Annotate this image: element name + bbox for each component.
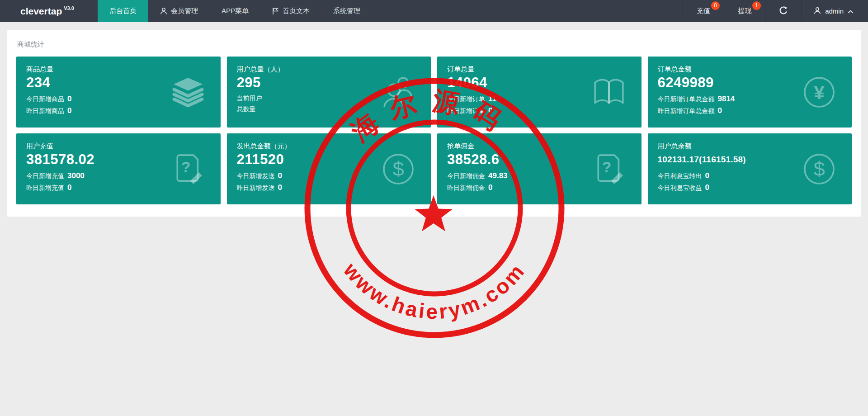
layers-icon (171, 75, 205, 109)
document-edit-icon: ? (171, 152, 205, 186)
nav-item-label: APP菜单 (222, 7, 249, 15)
chevron-up-icon (848, 7, 854, 15)
nav-item-system[interactable]: 系统管理 (321, 0, 372, 22)
refresh-icon (779, 6, 788, 16)
flag-icon (272, 7, 279, 15)
section-title: 商城统计 (17, 40, 852, 49)
brand-version: V3.0 (64, 5, 74, 11)
navbar-right: 充值 0 提现 1 admin (683, 0, 868, 22)
card-line-value: 0 (705, 171, 709, 180)
card-title: 用户充值 (26, 142, 211, 151)
card-line-value: 0 (488, 183, 492, 192)
card-line-label: 昨日新增订单总金额 (658, 107, 715, 115)
card-line-label: 昨日新增发送 (237, 184, 275, 192)
card-line-label: 昨日新增订单 (447, 107, 485, 115)
card-line-value: 0 (278, 171, 282, 180)
card-title: 用户总量（人） (237, 65, 421, 74)
nav-item-label: 首页文本 (283, 7, 310, 15)
card-line-value: 0 (718, 106, 722, 115)
stat-card-sent-amount: 发出总金额（元） 211520 今日新增发送 0 昨日新增发送 0 $ (227, 133, 431, 204)
svg-text:$: $ (813, 157, 825, 180)
recharge-badge: 0 (711, 1, 720, 10)
stat-card-balance: 用户总余额 102131.17(116151.58) 今日利息宝转出 0 今日利… (648, 133, 852, 204)
card-line-label: 今日利息宝收益 (658, 184, 702, 192)
card-line-label: 总数量 (237, 105, 256, 113)
card-line-value: 0 (488, 106, 492, 115)
svg-text:?: ? (181, 159, 190, 175)
nav-item-home-text[interactable]: 首页文本 (260, 0, 321, 22)
card-line-label: 昨日新增商品 (26, 107, 64, 115)
username: admin (825, 7, 844, 15)
card-line-label: 今日新增商品 (26, 95, 64, 104)
user-menu[interactable]: admin (802, 0, 868, 22)
card-line-label: 今日新增充值 (26, 172, 64, 180)
stat-card-orders: 订单总量 14064 今日新增订单 11 昨日新增订单 0 (437, 57, 642, 128)
card-line-label: 今日新增发送 (237, 172, 275, 180)
stat-card-commission: 抢单佣金 38528.6 今日新增佣金 49.83 昨日新增佣金 0 ? (437, 133, 642, 204)
top-navbar: clevertap V3.0 后台首页 会员管理 APP菜单 首页文本 系统管理… (0, 0, 868, 22)
stat-cards-grid: 商品总量 234 今日新增商品 0 昨日新增商品 0 用户总量（人） (16, 57, 852, 204)
card-line-label: 今日利息宝转出 (658, 172, 702, 180)
stats-panel: 商城统计 商品总量 234 今日新增商品 0 昨日新增商品 0 (7, 30, 861, 217)
card-title: 商品总量 (26, 65, 211, 74)
nav-item-label: 后台首页 (109, 7, 137, 15)
document-edit-icon: ? (592, 152, 626, 186)
svg-text:¥: ¥ (814, 81, 825, 103)
refresh-button[interactable] (765, 0, 802, 22)
stat-card-products: 商品总量 234 今日新增商品 0 昨日新增商品 0 (16, 57, 221, 128)
dollar-circle-icon: $ (381, 152, 415, 186)
card-line-value: 11 (488, 95, 496, 104)
withdraw-badge: 1 (752, 1, 761, 10)
card-line-label: 今日新增订单总金额 (658, 95, 715, 104)
svg-text:?: ? (602, 159, 611, 175)
book-icon (592, 75, 626, 109)
user-icon (814, 7, 821, 16)
users-icon (381, 75, 415, 109)
card-line-value: 9814 (718, 95, 735, 104)
stat-card-users: 用户总量（人） 295 当前用户 总数量 (227, 57, 431, 128)
card-line-value: 49.83 (488, 171, 508, 180)
card-line-value: 0 (67, 183, 71, 192)
card-line-label: 昨日新增充值 (26, 184, 64, 192)
card-line-label: 今日新增订单 (447, 95, 485, 104)
withdraw-label: 提现 (738, 7, 751, 15)
card-line-value: 0 (705, 183, 709, 192)
card-line-value: 3000 (67, 171, 85, 180)
stamp-bottom-text: www.haierym.com (339, 258, 530, 323)
user-icon (160, 7, 167, 15)
nav-item-app-menu[interactable]: APP菜单 (210, 0, 260, 22)
dollar-circle-icon: $ (802, 152, 836, 186)
brand-name: clevertap (20, 6, 62, 17)
card-line-value: 0 (67, 106, 71, 115)
stat-card-order-amount: 订单总金额 6249989 今日新增订单总金额 9814 昨日新增订单总金额 0… (648, 57, 852, 128)
card-line-value: 0 (67, 95, 71, 104)
stat-card-recharge: 用户充值 381578.02 今日新增充值 3000 昨日新增充值 0 ? (16, 133, 221, 204)
card-title: 发出总金额（元） (237, 142, 421, 151)
nav-item-dashboard[interactable]: 后台首页 (98, 0, 148, 22)
card-title: 订单总量 (447, 65, 632, 74)
recharge-label: 充值 (697, 7, 710, 15)
yen-circle-icon: ¥ (802, 75, 836, 109)
card-line-label: 当前用户 (237, 95, 262, 103)
main-menu: 后台首页 会员管理 APP菜单 首页文本 系统管理 (98, 0, 372, 22)
nav-item-label: 系统管理 (333, 7, 360, 15)
brand-logo: clevertap V3.0 (0, 0, 98, 22)
nav-item-label: 会员管理 (171, 7, 198, 15)
nav-item-members[interactable]: 会员管理 (148, 0, 210, 22)
card-line-label: 昨日新增佣金 (447, 184, 485, 192)
card-title: 订单总金额 (658, 65, 842, 74)
card-title: 用户总余额 (658, 142, 842, 151)
recharge-button[interactable]: 充值 0 (683, 0, 724, 22)
card-line-value: 0 (278, 183, 282, 192)
card-line-label: 今日新增佣金 (447, 172, 485, 180)
svg-text:$: $ (392, 157, 404, 180)
card-title: 抢单佣金 (447, 142, 632, 151)
withdraw-button[interactable]: 提现 1 (724, 0, 765, 22)
